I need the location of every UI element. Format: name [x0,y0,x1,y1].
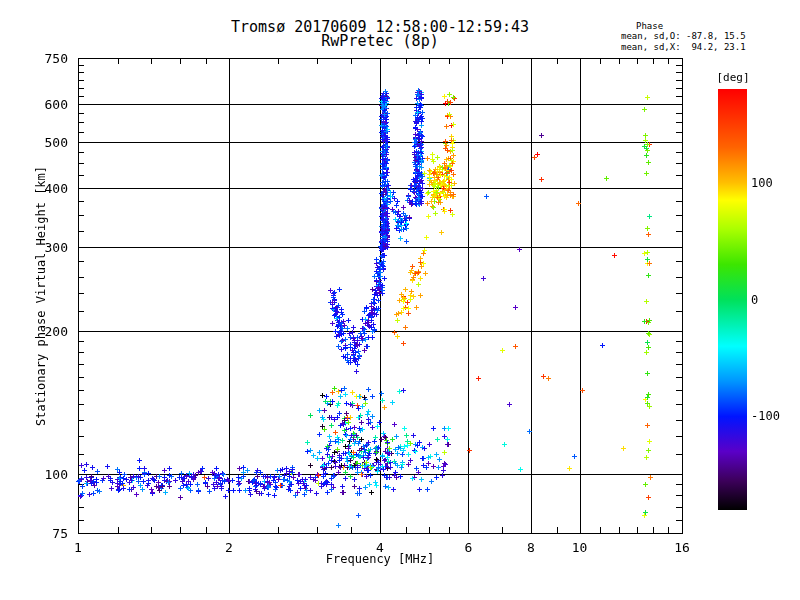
ionogram-figure: Tromsø 20170609 12:58:00-12:59:43 RwPret… [0,0,800,600]
colorbar-tick-label: -100 [751,409,780,423]
colorbar-tick-label: 0 [751,293,758,307]
y-tick-label: 750 [24,51,68,66]
y-tick-label: 75 [24,526,68,541]
ionogram-scatter-canvas [0,0,800,600]
x-axis-title: Frequency [MHz] [80,552,680,566]
colorbar-tick-label: 100 [751,176,773,190]
phase-colorbar [718,89,747,510]
y-axis-title: Stationary phase Virtual Height [km] [34,166,48,426]
y-tick-label: 500 [24,135,68,150]
y-tick-label: 100 [24,467,68,482]
colorbar-units-label: [deg] [712,71,754,84]
y-tick-label: 600 [24,97,68,112]
